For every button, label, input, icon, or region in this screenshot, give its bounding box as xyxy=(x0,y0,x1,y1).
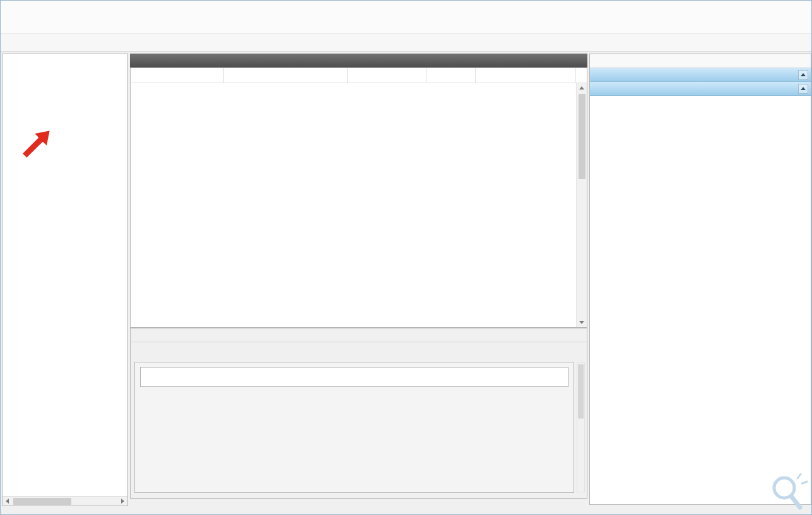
close-preview-button[interactable] xyxy=(568,330,581,341)
section-header-sistema[interactable] xyxy=(590,68,811,82)
preview-header xyxy=(131,328,587,342)
column-header-origen[interactable] xyxy=(348,68,427,83)
event-list-scrollbar[interactable] xyxy=(576,83,587,327)
collapse-section-icon[interactable] xyxy=(798,84,808,94)
event-viewer-window xyxy=(0,0,812,515)
results-pane xyxy=(130,54,587,499)
scrollbar-thumb[interactable] xyxy=(578,364,584,419)
console-tree-panel xyxy=(2,54,128,506)
column-header-fecha[interactable] xyxy=(224,68,348,83)
event-description xyxy=(140,367,568,387)
actions-title xyxy=(590,54,811,68)
event-table xyxy=(130,67,587,328)
console-tree xyxy=(3,54,127,495)
column-header-id[interactable] xyxy=(427,68,476,83)
minimize-button[interactable] xyxy=(724,1,753,20)
section-header-evento[interactable] xyxy=(590,82,811,96)
actions-section-event xyxy=(590,82,811,96)
preview-pane xyxy=(130,328,587,499)
scroll-left-button[interactable] xyxy=(3,497,12,506)
app-icon xyxy=(8,5,18,15)
general-tab-page xyxy=(134,362,574,493)
column-header-categoria[interactable] xyxy=(476,68,576,83)
column-header-nivel[interactable] xyxy=(131,68,224,83)
log-header xyxy=(130,54,587,67)
close-button[interactable] xyxy=(782,1,811,20)
window-controls xyxy=(724,1,811,20)
table-header-row xyxy=(131,68,587,83)
scrollbar-thumb[interactable] xyxy=(13,498,71,505)
tree-horizontal-scrollbar[interactable] xyxy=(3,496,127,506)
scroll-down-button[interactable] xyxy=(577,318,587,327)
maximize-button[interactable] xyxy=(753,1,782,20)
scroll-up-button[interactable] xyxy=(577,83,587,93)
toolbar xyxy=(1,34,811,52)
scroll-right-button[interactable] xyxy=(118,497,127,506)
scrollbar-thumb[interactable] xyxy=(579,94,585,179)
actions-pane xyxy=(589,54,811,505)
event-list xyxy=(131,83,576,327)
preview-scrollbar[interactable] xyxy=(577,362,585,492)
menu-bar xyxy=(1,20,811,34)
title-bar xyxy=(1,1,811,20)
actions-section-log xyxy=(590,68,811,82)
collapse-section-icon[interactable] xyxy=(798,70,808,80)
